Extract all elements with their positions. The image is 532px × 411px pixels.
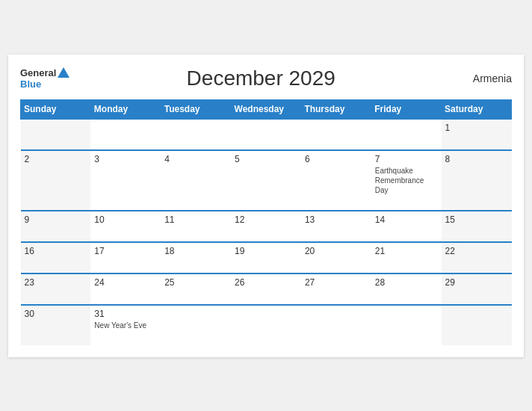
day-number: 11 — [164, 214, 227, 225]
calendar-cell: 28 — [371, 274, 442, 305]
day-number: 13 — [305, 214, 368, 225]
day-number: 8 — [445, 154, 508, 164]
day-number: 26 — [235, 277, 297, 288]
day-number: 4 — [164, 154, 227, 164]
calendar-cell: 12 — [231, 211, 301, 242]
calendar-cell: 13 — [301, 211, 371, 242]
calendar-cell: 1 — [442, 119, 512, 150]
day-number: 22 — [445, 246, 508, 256]
day-number: 20 — [305, 246, 368, 256]
calendar-cell: 3 — [90, 150, 161, 211]
calendar-cell: 21 — [371, 242, 442, 274]
calendar-cell — [371, 119, 442, 150]
calendar-header: General Blue December 2029 Armenia — [20, 67, 512, 90]
week-row-1: 234567Earthquake Remembrance Day8 — [21, 150, 512, 211]
day-number: 25 — [164, 277, 227, 288]
calendar-cell: 25 — [161, 274, 231, 305]
day-number: 5 — [235, 154, 297, 164]
calendar-cell: 30 — [21, 305, 91, 345]
calendar-cell — [90, 119, 161, 150]
calendar-cell: 20 — [301, 242, 371, 274]
day-number: 27 — [305, 277, 368, 288]
weekday-header-friday: Friday — [371, 99, 442, 119]
calendar-cell: 17 — [90, 242, 161, 274]
day-number: 17 — [94, 246, 157, 256]
weekday-header-tuesday: Tuesday — [161, 99, 231, 119]
calendar-cell — [301, 305, 371, 345]
event-text: New Year's Eve — [94, 321, 157, 330]
calendar-cell: 7Earthquake Remembrance Day — [371, 150, 442, 211]
day-number: 9 — [25, 214, 87, 225]
event-text: Earthquake Remembrance Day — [375, 166, 438, 195]
calendar-cell: 31New Year's Eve — [90, 305, 161, 345]
calendar-cell: 14 — [371, 211, 442, 242]
calendar-cell — [371, 305, 442, 345]
calendar-cell: 2 — [21, 150, 91, 211]
weekday-header-thursday: Thursday — [301, 99, 371, 119]
calendar-cell — [301, 119, 371, 150]
day-number: 30 — [25, 309, 87, 319]
calendar-cell: 16 — [21, 242, 91, 274]
calendar-cell — [21, 119, 91, 150]
calendar-cell — [231, 305, 301, 345]
week-row-5: 3031New Year's Eve — [21, 305, 512, 345]
logo-general-text: General — [20, 67, 56, 78]
calendar-grid: SundayMondayTuesdayWednesdayThursdayFrid… — [20, 99, 512, 345]
day-number: 3 — [94, 154, 157, 164]
weekday-header-monday: Monday — [90, 99, 161, 119]
day-number: 14 — [375, 214, 438, 225]
logo-area: General Blue — [20, 67, 69, 90]
calendar-cell: 9 — [21, 211, 91, 242]
calendar-cell: 10 — [90, 211, 161, 242]
day-number: 28 — [375, 277, 438, 288]
calendar-cell: 26 — [231, 274, 301, 305]
logo-triangle-icon — [58, 67, 69, 78]
day-number: 6 — [305, 154, 368, 164]
calendar-cell — [442, 305, 512, 345]
calendar-country: Armenia — [452, 72, 512, 84]
day-number: 21 — [375, 246, 438, 256]
weekday-header-wednesday: Wednesday — [231, 99, 301, 119]
day-number: 18 — [164, 246, 227, 256]
week-row-4: 23242526272829 — [21, 274, 512, 305]
calendar-container: General Blue December 2029 Armenia Sunda… — [8, 55, 524, 357]
day-number: 31 — [94, 309, 157, 319]
calendar-cell: 18 — [161, 242, 231, 274]
weekday-header-sunday: Sunday — [21, 99, 91, 119]
day-number: 19 — [235, 246, 297, 256]
day-number: 2 — [25, 154, 87, 164]
logo-line: General — [20, 67, 69, 78]
week-row-3: 16171819202122 — [21, 242, 512, 274]
calendar-cell — [161, 119, 231, 150]
day-number: 7 — [375, 154, 438, 164]
week-row-2: 9101112131415 — [21, 211, 512, 242]
calendar-cell: 23 — [21, 274, 91, 305]
calendar-title: December 2029 — [69, 67, 452, 90]
calendar-cell: 8 — [442, 150, 512, 211]
day-number: 10 — [94, 214, 157, 225]
day-number: 16 — [25, 246, 87, 256]
logo-blue-text: Blue — [20, 78, 41, 90]
calendar-cell — [161, 305, 231, 345]
calendar-cell — [231, 119, 301, 150]
calendar-cell: 27 — [301, 274, 371, 305]
calendar-cell: 24 — [90, 274, 161, 305]
calendar-cell: 19 — [231, 242, 301, 274]
day-number: 29 — [445, 277, 508, 288]
calendar-cell: 6 — [301, 150, 371, 211]
day-number: 15 — [445, 214, 508, 225]
calendar-cell: 5 — [231, 150, 301, 211]
weekday-header-saturday: Saturday — [442, 99, 512, 119]
day-number: 23 — [25, 277, 87, 288]
day-number: 12 — [235, 214, 297, 225]
day-number: 24 — [94, 277, 157, 288]
weekday-header-row: SundayMondayTuesdayWednesdayThursdayFrid… — [21, 99, 512, 119]
calendar-cell: 22 — [442, 242, 512, 274]
calendar-cell: 29 — [442, 274, 512, 305]
calendar-cell: 15 — [442, 211, 512, 242]
calendar-cell: 4 — [161, 150, 231, 211]
day-number: 1 — [445, 123, 508, 133]
week-row-0: 1 — [21, 119, 512, 150]
calendar-cell: 11 — [161, 211, 231, 242]
